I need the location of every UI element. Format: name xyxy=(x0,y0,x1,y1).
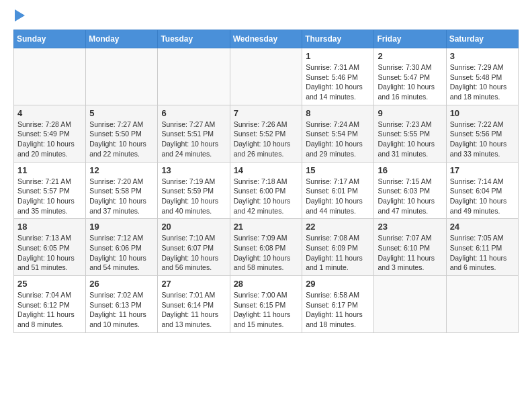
day-info: Sunrise: 7:24 AMSunset: 5:54 PMDaylight:… xyxy=(306,120,370,159)
day-number: 17 xyxy=(450,165,515,175)
day-info: Sunrise: 7:07 AMSunset: 6:10 PMDaylight:… xyxy=(378,233,442,273)
calendar-cell: 4Sunrise: 7:28 AMSunset: 5:49 PMDaylight… xyxy=(14,105,86,162)
calendar-cell: 7Sunrise: 7:26 AMSunset: 5:52 PMDaylight… xyxy=(230,105,302,162)
day-number: 24 xyxy=(450,222,515,232)
calendar-cell xyxy=(86,48,158,105)
calendar-cell: 14Sunrise: 7:18 AMSunset: 6:00 PMDayligh… xyxy=(230,162,302,219)
calendar-cell: 15Sunrise: 7:17 AMSunset: 6:01 PMDayligh… xyxy=(302,162,374,219)
day-info: Sunrise: 7:08 AMSunset: 6:09 PMDaylight:… xyxy=(306,233,370,273)
weekday-header-sunday: Sunday xyxy=(14,30,86,48)
day-info: Sunrise: 7:18 AMSunset: 6:00 PMDaylight:… xyxy=(234,177,299,216)
calendar-cell: 3Sunrise: 7:29 AMSunset: 5:48 PMDaylight… xyxy=(446,48,518,105)
day-number: 26 xyxy=(89,279,154,289)
calendar-week-row: 25Sunrise: 7:04 AMSunset: 6:12 PMDayligh… xyxy=(14,276,519,333)
calendar-week-row: 1Sunrise: 7:31 AMSunset: 5:46 PMDaylight… xyxy=(14,48,519,105)
day-number: 14 xyxy=(234,165,299,175)
day-info: Sunrise: 7:30 AMSunset: 5:47 PMDaylight:… xyxy=(378,62,442,102)
day-number: 23 xyxy=(378,222,442,232)
day-number: 12 xyxy=(89,165,154,175)
logo-arrow-icon xyxy=(15,9,25,21)
day-info: Sunrise: 7:19 AMSunset: 5:59 PMDaylight:… xyxy=(161,177,226,216)
day-number: 29 xyxy=(306,279,370,289)
calendar-week-row: 11Sunrise: 7:21 AMSunset: 5:57 PMDayligh… xyxy=(14,162,519,219)
calendar-cell: 12Sunrise: 7:20 AMSunset: 5:58 PMDayligh… xyxy=(86,162,158,219)
day-info: Sunrise: 7:27 AMSunset: 5:51 PMDaylight:… xyxy=(161,120,226,159)
calendar-week-row: 18Sunrise: 7:13 AMSunset: 6:05 PMDayligh… xyxy=(14,219,519,276)
calendar-cell: 25Sunrise: 7:04 AMSunset: 6:12 PMDayligh… xyxy=(14,276,86,333)
weekday-header-wednesday: Wednesday xyxy=(230,30,302,48)
day-info: Sunrise: 7:01 AMSunset: 6:14 PMDaylight:… xyxy=(161,290,226,330)
calendar-cell: 18Sunrise: 7:13 AMSunset: 6:05 PMDayligh… xyxy=(14,219,86,276)
day-number: 10 xyxy=(450,108,515,118)
day-info: Sunrise: 7:00 AMSunset: 6:15 PMDaylight:… xyxy=(234,290,299,330)
day-info: Sunrise: 7:27 AMSunset: 5:50 PMDaylight:… xyxy=(89,120,154,159)
page-header xyxy=(13,11,519,21)
day-number: 4 xyxy=(17,108,82,118)
calendar-body: 1Sunrise: 7:31 AMSunset: 5:46 PMDaylight… xyxy=(14,48,519,333)
calendar-cell: 29Sunrise: 6:58 AMSunset: 6:17 PMDayligh… xyxy=(302,276,374,333)
day-info: Sunrise: 7:15 AMSunset: 6:03 PMDaylight:… xyxy=(378,177,442,216)
calendar-cell: 28Sunrise: 7:00 AMSunset: 6:15 PMDayligh… xyxy=(230,276,302,333)
calendar-header: SundayMondayTuesdayWednesdayThursdayFrid… xyxy=(14,30,519,48)
day-number: 2 xyxy=(378,51,442,61)
calendar-cell: 19Sunrise: 7:12 AMSunset: 6:06 PMDayligh… xyxy=(86,219,158,276)
calendar-cell xyxy=(374,276,446,333)
day-info: Sunrise: 7:14 AMSunset: 6:04 PMDaylight:… xyxy=(450,177,515,216)
calendar-cell: 6Sunrise: 7:27 AMSunset: 5:51 PMDaylight… xyxy=(158,105,230,162)
calendar-cell: 24Sunrise: 7:05 AMSunset: 6:11 PMDayligh… xyxy=(446,219,518,276)
day-info: Sunrise: 7:02 AMSunset: 6:13 PMDaylight:… xyxy=(89,290,154,330)
calendar-cell: 21Sunrise: 7:09 AMSunset: 6:08 PMDayligh… xyxy=(230,219,302,276)
day-number: 8 xyxy=(306,108,370,118)
day-info: Sunrise: 7:04 AMSunset: 6:12 PMDaylight:… xyxy=(17,290,82,330)
logo xyxy=(13,11,25,21)
day-number: 18 xyxy=(17,222,82,232)
calendar-cell: 13Sunrise: 7:19 AMSunset: 5:59 PMDayligh… xyxy=(158,162,230,219)
day-info: Sunrise: 7:17 AMSunset: 6:01 PMDaylight:… xyxy=(306,177,370,216)
day-number: 15 xyxy=(306,165,370,175)
day-info: Sunrise: 7:20 AMSunset: 5:58 PMDaylight:… xyxy=(89,177,154,216)
day-number: 20 xyxy=(161,222,226,232)
day-number: 7 xyxy=(234,108,299,118)
calendar-cell xyxy=(446,276,518,333)
day-number: 11 xyxy=(17,165,82,175)
day-number: 21 xyxy=(234,222,299,232)
day-info: Sunrise: 7:22 AMSunset: 5:56 PMDaylight:… xyxy=(450,120,515,159)
calendar-cell: 22Sunrise: 7:08 AMSunset: 6:09 PMDayligh… xyxy=(302,219,374,276)
calendar-cell: 16Sunrise: 7:15 AMSunset: 6:03 PMDayligh… xyxy=(374,162,446,219)
calendar-cell xyxy=(230,48,302,105)
weekday-header-saturday: Saturday xyxy=(446,30,518,48)
day-number: 28 xyxy=(234,279,299,289)
calendar-cell xyxy=(14,48,86,105)
day-info: Sunrise: 7:31 AMSunset: 5:46 PMDaylight:… xyxy=(306,62,370,102)
calendar-cell: 1Sunrise: 7:31 AMSunset: 5:46 PMDaylight… xyxy=(302,48,374,105)
calendar-cell: 27Sunrise: 7:01 AMSunset: 6:14 PMDayligh… xyxy=(158,276,230,333)
calendar-cell: 2Sunrise: 7:30 AMSunset: 5:47 PMDaylight… xyxy=(374,48,446,105)
calendar-week-row: 4Sunrise: 7:28 AMSunset: 5:49 PMDaylight… xyxy=(14,105,519,162)
calendar-cell: 17Sunrise: 7:14 AMSunset: 6:04 PMDayligh… xyxy=(446,162,518,219)
day-number: 9 xyxy=(378,108,442,118)
calendar-cell: 10Sunrise: 7:22 AMSunset: 5:56 PMDayligh… xyxy=(446,105,518,162)
day-number: 1 xyxy=(306,51,370,61)
day-info: Sunrise: 7:05 AMSunset: 6:11 PMDaylight:… xyxy=(450,233,515,273)
calendar-cell: 9Sunrise: 7:23 AMSunset: 5:55 PMDaylight… xyxy=(374,105,446,162)
day-info: Sunrise: 7:10 AMSunset: 6:07 PMDaylight:… xyxy=(161,233,226,273)
day-number: 5 xyxy=(89,108,154,118)
day-number: 25 xyxy=(17,279,82,289)
calendar-cell: 11Sunrise: 7:21 AMSunset: 5:57 PMDayligh… xyxy=(14,162,86,219)
day-info: Sunrise: 7:12 AMSunset: 6:06 PMDaylight:… xyxy=(89,233,154,273)
day-number: 3 xyxy=(450,51,515,61)
day-number: 13 xyxy=(161,165,226,175)
calendar-cell: 23Sunrise: 7:07 AMSunset: 6:10 PMDayligh… xyxy=(374,219,446,276)
day-info: Sunrise: 7:21 AMSunset: 5:57 PMDaylight:… xyxy=(17,177,82,216)
weekday-header-monday: Monday xyxy=(86,30,158,48)
calendar-cell: 20Sunrise: 7:10 AMSunset: 6:07 PMDayligh… xyxy=(158,219,230,276)
day-number: 22 xyxy=(306,222,370,232)
day-number: 6 xyxy=(161,108,226,118)
calendar-cell xyxy=(158,48,230,105)
weekday-header-friday: Friday xyxy=(374,30,446,48)
day-number: 27 xyxy=(161,279,226,289)
day-info: Sunrise: 7:26 AMSunset: 5:52 PMDaylight:… xyxy=(234,120,299,159)
day-info: Sunrise: 7:28 AMSunset: 5:49 PMDaylight:… xyxy=(17,120,82,159)
day-number: 16 xyxy=(378,165,442,175)
calendar-table: SundayMondayTuesdayWednesdayThursdayFrid… xyxy=(13,30,519,333)
